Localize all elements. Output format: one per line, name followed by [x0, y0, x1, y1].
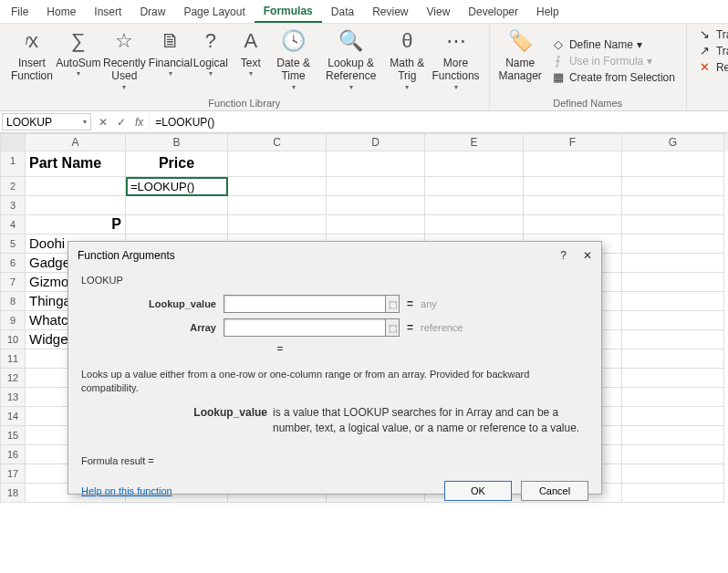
name-box-input[interactable] — [6, 116, 83, 129]
array-input[interactable] — [224, 318, 386, 337]
trace-dependents-button[interactable]: ↗Tra — [698, 44, 728, 57]
autosum-button[interactable]: ∑AutoSum▾ — [58, 26, 99, 96]
cell[interactable] — [425, 196, 524, 215]
menu-view[interactable]: View — [418, 2, 460, 22]
remove-arrows-button[interactable]: ✕Re — [698, 60, 728, 74]
cancel-button[interactable]: Cancel — [521, 481, 588, 501]
column-header[interactable]: D — [327, 133, 425, 151]
menu-draw[interactable]: Draw — [130, 2, 174, 22]
help-icon[interactable]: ? — [560, 249, 567, 262]
row-header[interactable]: 6 — [0, 254, 26, 273]
cell[interactable] — [622, 273, 724, 292]
menu-developer[interactable]: Developer — [459, 2, 527, 22]
menu-review[interactable]: Review — [363, 2, 417, 22]
row-header[interactable]: 18 — [0, 484, 26, 503]
menu-help[interactable]: Help — [527, 2, 568, 22]
column-header[interactable]: A — [26, 133, 126, 151]
cell[interactable] — [622, 254, 724, 273]
cell[interactable] — [524, 196, 622, 215]
cell[interactable] — [622, 151, 724, 177]
help-link[interactable]: Help on this function — [81, 485, 172, 496]
row-header[interactable]: 2 — [0, 177, 26, 196]
cell[interactable] — [622, 426, 724, 445]
row-header[interactable]: 13 — [0, 388, 26, 407]
cell[interactable] — [622, 484, 724, 503]
formula-input[interactable]: =LOOKUP() — [149, 111, 728, 132]
menu-page-layout[interactable]: Page Layout — [174, 2, 254, 22]
select-all-corner[interactable] — [0, 133, 26, 151]
cell[interactable] — [228, 151, 327, 177]
row-header[interactable]: 7 — [0, 273, 26, 292]
row-header[interactable]: 12 — [0, 369, 26, 388]
close-icon[interactable]: ✕ — [583, 249, 592, 262]
row-header[interactable]: 16 — [0, 445, 26, 464]
cell[interactable] — [228, 215, 327, 234]
menu-data[interactable]: Data — [322, 2, 363, 22]
lookup-value-input[interactable] — [224, 295, 386, 313]
cell[interactable] — [622, 234, 724, 254]
define-name-button[interactable]: ◇Define Name ▾ — [551, 37, 675, 51]
cell[interactable] — [622, 311, 724, 330]
cell[interactable] — [622, 292, 724, 311]
cell[interactable] — [622, 330, 724, 349]
row-header[interactable]: 11 — [0, 349, 26, 369]
cell[interactable] — [425, 151, 524, 177]
cell[interactable] — [327, 177, 425, 196]
cell[interactable]: Price — [126, 151, 228, 177]
chevron-down-icon[interactable]: ▾ — [83, 118, 87, 126]
cell[interactable] — [26, 196, 126, 215]
cell[interactable] — [425, 177, 524, 196]
cell[interactable] — [425, 215, 524, 234]
cell[interactable] — [26, 177, 126, 196]
date-time-button[interactable]: 🕓Date & Time▾ — [271, 26, 316, 96]
enter-formula-icon[interactable]: ✓ — [117, 116, 126, 129]
cell[interactable] — [524, 177, 622, 196]
row-header[interactable]: 8 — [0, 292, 26, 311]
cell[interactable] — [126, 215, 228, 234]
column-header[interactable]: B — [126, 133, 228, 151]
insert-function-button[interactable]: fxInsert Function — [5, 26, 58, 96]
cell[interactable] — [622, 177, 724, 196]
menu-formulas[interactable]: Formulas — [255, 1, 322, 23]
cell[interactable] — [524, 151, 622, 177]
column-header[interactable]: E — [425, 133, 524, 151]
create-from-selection-button[interactable]: ▦Create from Selection — [551, 70, 675, 84]
column-header[interactable]: F — [524, 133, 622, 151]
row-header[interactable]: 17 — [0, 464, 26, 484]
financial-button[interactable]: 🗎Financial▾ — [151, 26, 191, 96]
cell[interactable] — [622, 369, 724, 388]
cell[interactable] — [622, 407, 724, 426]
row-header[interactable]: 9 — [0, 311, 26, 330]
cell[interactable] — [622, 464, 724, 484]
row-header[interactable]: 14 — [0, 407, 26, 426]
cell[interactable]: P — [26, 215, 126, 234]
row-header[interactable]: 3 — [0, 196, 26, 215]
row-header[interactable]: 1 — [0, 151, 26, 177]
row-header[interactable]: 4 — [0, 215, 26, 234]
ok-button[interactable]: OK — [444, 481, 512, 501]
range-picker-icon[interactable]: ⬚ — [385, 318, 400, 337]
cell[interactable] — [327, 196, 425, 215]
column-header[interactable]: G — [622, 133, 724, 151]
cell[interactable] — [622, 196, 724, 215]
name-manager-button[interactable]: 🏷️Name Manager — [495, 26, 546, 96]
text-button[interactable]: AText▾ — [231, 26, 271, 96]
cell[interactable] — [327, 151, 425, 177]
recently-used-button[interactable]: ☆Recently Used▾ — [99, 26, 151, 96]
math-trig-button[interactable]: θMath & Trig▾ — [386, 26, 429, 96]
cell[interactable] — [327, 215, 425, 234]
name-box[interactable]: ▾ — [2, 113, 91, 130]
column-header[interactable]: C — [228, 133, 327, 151]
cell[interactable] — [126, 196, 228, 215]
lookup-reference-button[interactable]: 🔍Lookup & Reference▾ — [316, 26, 386, 96]
menu-insert[interactable]: Insert — [85, 2, 130, 22]
more-functions-button[interactable]: ⋯More Functions▾ — [429, 26, 484, 96]
cell[interactable] — [228, 177, 327, 196]
cancel-formula-icon[interactable]: ✕ — [99, 116, 108, 129]
cell[interactable] — [622, 388, 724, 407]
row-header[interactable]: 5 — [0, 234, 26, 254]
cell-selected[interactable]: =LOOKUP() — [126, 177, 228, 196]
range-picker-icon[interactable]: ⬚ — [385, 295, 400, 313]
fx-icon[interactable]: fx — [135, 116, 143, 129]
menu-file[interactable]: File — [2, 2, 37, 22]
